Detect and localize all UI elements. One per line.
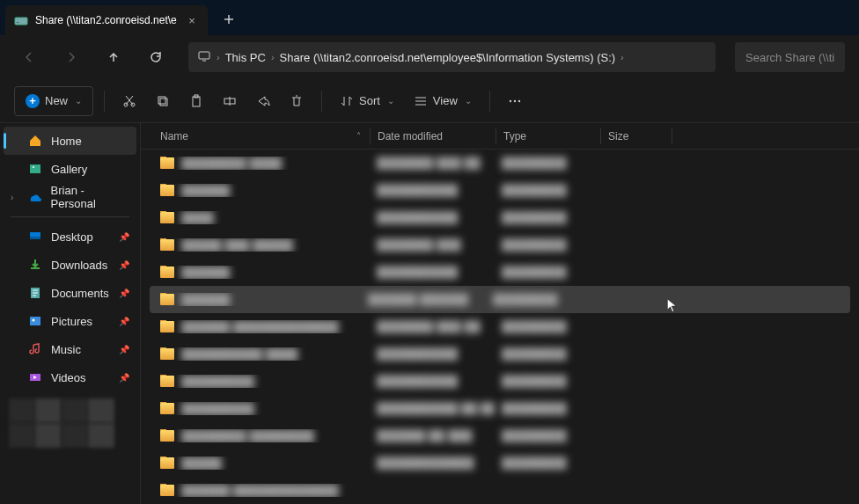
svg-rect-1 — [17, 22, 18, 23]
pin-icon[interactable]: 📌 — [119, 345, 129, 354]
thumb[interactable] — [62, 423, 88, 448]
paste-button[interactable] — [182, 86, 210, 116]
sidebar-item-music[interactable]: Music 📌 — [4, 335, 136, 363]
tab-active[interactable]: Share (\\titan2.conroeisd.net\e × — [5, 5, 208, 35]
cell-type: ████████ — [495, 211, 598, 224]
folder-icon — [160, 485, 174, 496]
cell-type: ████████ — [495, 429, 598, 442]
svg-rect-7 — [193, 97, 200, 106]
new-label: New — [45, 94, 68, 107]
sidebar-item-videos[interactable]: Videos 📌 — [4, 363, 136, 391]
videos-icon — [28, 370, 42, 384]
sidebar-item-documents[interactable]: Documents 📌 — [4, 279, 136, 307]
cell-type: ████████ — [495, 457, 598, 470]
breadcrumb[interactable]: › This PC › Share (\\titan2.conroeisd.ne… — [188, 42, 716, 72]
breadcrumb-path[interactable]: Share (\\titan2.conroeisd.net\employee$\… — [280, 51, 616, 64]
thumb[interactable] — [88, 423, 114, 448]
sidebar-item-downloads[interactable]: Downloads 📌 — [4, 251, 136, 279]
pin-icon[interactable]: 📌 — [119, 260, 129, 270]
thumb[interactable] — [88, 398, 114, 423]
thumb[interactable] — [62, 398, 88, 423]
recent-thumbs — [4, 391, 136, 455]
pin-icon[interactable]: 📌 — [119, 373, 129, 383]
file-row[interactable]: ██████ ████████████████████ ███ ████████… — [141, 313, 859, 340]
folder-icon — [160, 457, 174, 469]
cell-date: ██████ ██████ — [361, 293, 486, 306]
thumb[interactable] — [35, 398, 62, 423]
sidebar-item-personal[interactable]: › Brian - Personal — [4, 183, 136, 211]
sidebar-item-gallery[interactable]: Gallery — [4, 155, 136, 183]
nav-bar: › This PC › Share (\\titan2.conroeisd.ne… — [0, 35, 859, 79]
sidebar-item-pictures[interactable]: Pictures 📌 — [4, 307, 136, 335]
folder-icon — [160, 239, 174, 251]
file-row[interactable]: ████████████████████████ — [141, 177, 859, 204]
cell-name: █████ — [153, 457, 370, 470]
thumb[interactable] — [35, 423, 62, 448]
new-tab-button[interactable] — [220, 11, 238, 28]
file-row[interactable]: █████████████████████████ — [141, 449, 859, 477]
view-button[interactable]: View ⌄ — [407, 86, 479, 116]
delete-button[interactable] — [283, 86, 311, 116]
sort-indicator-icon: ˄ — [356, 131, 361, 141]
cell-name: ██████ — [153, 266, 370, 279]
file-row[interactable]: █████ ███ ████████████ ███████████ — [141, 231, 859, 259]
cut-button[interactable] — [115, 86, 143, 116]
cell-date: ██████████ — [370, 347, 495, 361]
rename-button[interactable] — [216, 86, 244, 116]
folder-icon — [160, 157, 174, 169]
close-icon[interactable]: × — [185, 13, 199, 27]
pin-icon[interactable]: 📌 — [119, 317, 129, 326]
col-name[interactable]: Name˄ — [153, 130, 370, 142]
col-date[interactable]: Date modified — [371, 130, 496, 142]
cell-type: ████████ — [495, 157, 598, 170]
file-row[interactable]: ██████████████████████ — [141, 204, 859, 231]
cell-date: ██████ ██ ███ — [370, 429, 495, 442]
main-area: Home Gallery › Brian - Personal Desktop … — [0, 123, 859, 504]
chevron-right-icon[interactable]: › — [217, 52, 220, 62]
sidebar-label: Videos — [51, 371, 86, 384]
chevron-right-icon[interactable]: › — [620, 52, 624, 62]
folder-icon — [160, 185, 174, 196]
col-size[interactable]: Size — [601, 130, 672, 142]
cell-date: ███████ ███ ██ — [370, 320, 495, 333]
cell-name: ████████ ████ — [153, 157, 370, 170]
gallery-icon — [28, 162, 42, 176]
file-row[interactable]: ████████ ██████████████ ██ ███████████ — [141, 422, 859, 449]
cell-date: ██████████ — [370, 266, 495, 279]
more-button[interactable] — [501, 86, 529, 116]
pictures-icon — [28, 314, 42, 328]
file-row[interactable]: ██████ █████████████ — [141, 477, 859, 504]
share-button[interactable] — [249, 86, 277, 116]
file-row[interactable]: ██████████ ██████████████████████ — [141, 340, 859, 368]
forward-button[interactable] — [56, 42, 86, 72]
back-button[interactable] — [14, 42, 44, 72]
up-button[interactable] — [99, 42, 128, 72]
breadcrumb-pc[interactable]: This PC — [225, 51, 266, 64]
sidebar-label: Documents — [51, 287, 109, 300]
copy-button[interactable] — [149, 86, 177, 116]
sort-button[interactable]: Sort ⌄ — [333, 86, 401, 116]
cell-name: ██████ █████████████ — [153, 484, 370, 497]
sidebar-item-desktop[interactable]: Desktop 📌 — [4, 223, 136, 251]
pin-icon[interactable]: 📌 — [119, 289, 129, 298]
refresh-button[interactable] — [141, 42, 171, 72]
file-row[interactable]: ███████████████████████████ — [141, 368, 859, 395]
file-row[interactable]: ████████████ ██████████████ — [150, 286, 850, 313]
svg-rect-0 — [15, 18, 27, 25]
separator — [321, 91, 322, 112]
separator — [104, 91, 105, 112]
col-type[interactable]: Type — [496, 130, 600, 142]
search-input[interactable]: Search Share (\\ti — [735, 42, 845, 72]
thumb[interactable] — [9, 398, 35, 423]
pin-icon[interactable]: 📌 — [119, 232, 129, 242]
onedrive-icon — [28, 190, 42, 204]
chevron-right-icon[interactable]: › — [271, 52, 275, 62]
file-row[interactable]: ███████████████████ ██ ██████████ — [141, 395, 859, 422]
sidebar-item-home[interactable]: Home — [4, 127, 136, 155]
folder-icon — [160, 267, 174, 278]
thumb[interactable] — [9, 423, 35, 448]
file-row[interactable]: ████████ ███████████ ███ ██████████ — [141, 150, 859, 177]
new-button[interactable]: + New ⌄ — [14, 86, 93, 116]
file-row[interactable]: ████████████████████████ — [141, 259, 859, 286]
chevron-right-icon[interactable]: › — [11, 193, 19, 202]
